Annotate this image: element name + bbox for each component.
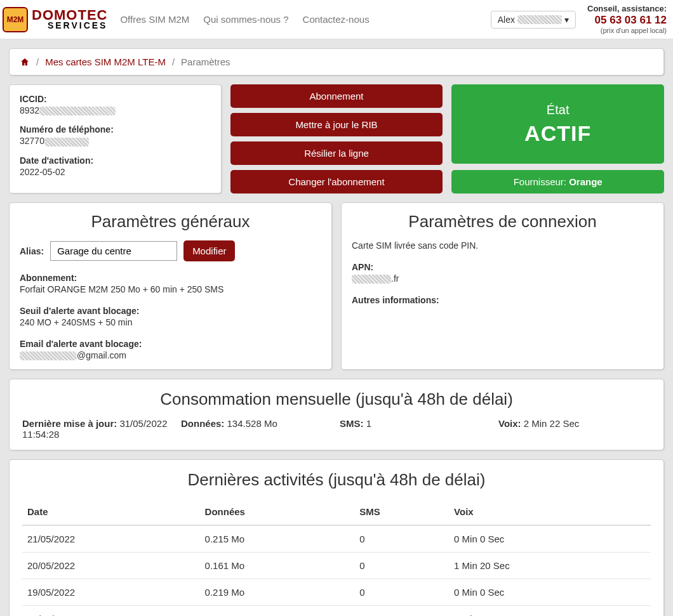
iccid-label: ICCID:: [20, 94, 211, 104]
col-date: Date: [22, 499, 200, 525]
cell-data: 0.161 Mo: [200, 553, 355, 579]
nav-offres[interactable]: Offres SIM M2M: [120, 14, 189, 25]
sim-info-card: ICCID: 8932 Numéro de téléphone: 32770 D…: [9, 84, 222, 193]
alias-input[interactable]: [50, 241, 177, 261]
cell-sms: 0: [354, 579, 449, 606]
pin-note: Carte SIM livrée sans code PIN.: [352, 240, 653, 251]
consumption-title: Consommation mensuelle (jusqu'à 48h de d…: [22, 390, 651, 409]
col-data: Données: [200, 499, 355, 525]
contact-block: Conseil, assistance: 05 63 03 61 12 (pri…: [587, 4, 667, 35]
nav-about[interactable]: Qui sommes-nous ?: [203, 14, 288, 25]
general-params-card: Paramètres généraux Alias: Modifier Abon…: [9, 202, 332, 370]
breadcrumb-current: Paramètres: [181, 56, 230, 67]
table-row: 18/05/20220.000 Mo00 Min 40 Sec: [22, 606, 651, 616]
brand-logo[interactable]: M2M DOMOTEC SERVICES: [3, 7, 107, 32]
consumption-sms: SMS: 1: [340, 418, 492, 440]
subscription-button[interactable]: Abonnement: [230, 84, 443, 108]
user-name-prefix: Alex: [498, 15, 515, 25]
state-box: État ACTIF: [451, 84, 664, 164]
cell-sms: 0: [354, 606, 449, 616]
chevron-down-icon: ▾: [564, 15, 569, 25]
general-params-title: Paramètres généraux: [20, 212, 321, 232]
table-row: 20/05/20220.161 Mo01 Min 20 Sec: [22, 553, 651, 579]
nav-links: Offres SIM M2M Qui sommes-nous ? Contact…: [120, 14, 369, 25]
action-buttons-column: Abonnement Mettre à jour le RIB Résilier…: [230, 84, 443, 193]
top-navbar: M2M DOMOTEC SERVICES Offres SIM M2M Qui …: [0, 0, 673, 39]
terminate-line-button[interactable]: Résilier la ligne: [230, 141, 443, 165]
cell-data: 0.219 Mo: [200, 579, 355, 606]
logo-chip-icon: M2M: [3, 7, 28, 32]
provider-value: Orange: [569, 176, 603, 187]
provider-label: Fournisseur:: [514, 176, 570, 187]
nav-contact[interactable]: Contactez-nous: [303, 14, 370, 25]
state-value: ACTIF: [524, 121, 591, 146]
cell-voice: 0 Min 0 Sec: [449, 525, 651, 553]
breadcrumb-link-sim[interactable]: Mes cartes SIM M2M LTE-M: [45, 56, 166, 67]
alert-email-label: Email d'alerte avant blocage:: [20, 339, 321, 349]
table-row: 21/05/20220.215 Mo00 Min 0 Sec: [22, 525, 651, 553]
phone-value: 32770: [20, 136, 211, 146]
alias-label: Alias:: [20, 246, 44, 256]
activities-card: Dernières activités (jusqu'à 48h de déla…: [9, 459, 664, 616]
apn-value: .fr: [352, 273, 653, 284]
cell-date: 18/05/2022: [22, 606, 200, 616]
user-menu[interactable]: Alex ▾: [491, 11, 576, 29]
subscription-value: Forfait ORANGE M2M 250 Mo + 60 min + 250…: [20, 284, 321, 294]
cell-sms: 0: [354, 553, 449, 579]
cell-date: 20/05/2022: [22, 553, 200, 579]
change-subscription-button[interactable]: Changer l'abonnement: [230, 170, 443, 193]
activities-title: Dernières activités (jusqu'à 48h de déla…: [22, 470, 651, 490]
cell-voice: 0 Min 40 Sec: [449, 606, 651, 616]
contact-label: Conseil, assistance:: [587, 4, 667, 14]
contact-phone: 05 63 03 61 12: [587, 14, 667, 27]
activation-value: 2022-05-02: [20, 167, 211, 177]
cell-date: 19/05/2022: [22, 579, 200, 606]
cell-data: 0.215 Mo: [200, 525, 355, 553]
other-info-label: Autres informations:: [352, 295, 653, 305]
state-title: État: [547, 103, 570, 117]
logo-line2: SERVICES: [32, 22, 107, 30]
consumption-data: Données: 134.528 Mo: [181, 418, 333, 440]
user-name-redacted: [517, 15, 562, 24]
table-row: 19/05/20220.219 Mo00 Min 0 Sec: [22, 579, 651, 606]
threshold-value: 240 MO + 240SMS + 50 min: [20, 317, 321, 327]
phone-label: Numéro de téléphone:: [20, 124, 211, 134]
connection-params-title: Paramètres de connexion: [352, 212, 653, 232]
home-icon[interactable]: [20, 57, 30, 67]
col-sms: SMS: [354, 499, 449, 525]
state-column: État ACTIF Fournisseur: Orange: [451, 84, 664, 193]
update-rib-button[interactable]: Mettre à jour le RIB: [230, 113, 443, 136]
cell-date: 21/05/2022: [22, 525, 200, 553]
iccid-value: 8932: [20, 105, 211, 115]
logo-text: DOMOTEC SERVICES: [32, 9, 107, 29]
contact-note: (prix d'un appel local): [587, 27, 667, 35]
threshold-label: Seuil d'alerte avant blocage:: [20, 306, 321, 316]
cell-voice: 1 Min 20 Sec: [449, 553, 651, 579]
activities-table: Date Données SMS Voix 21/05/20220.215 Mo…: [22, 499, 651, 616]
consumption-card: Consommation mensuelle (jusqu'à 48h de d…: [9, 379, 664, 450]
connection-params-card: Paramètres de connexion Carte SIM livrée…: [341, 202, 664, 370]
cell-voice: 0 Min 0 Sec: [449, 579, 651, 606]
provider-box: Fournisseur: Orange: [451, 170, 664, 193]
cell-data: 0.000 Mo: [200, 606, 355, 616]
consumption-voice: Voix: 2 Min 22 Sec: [498, 418, 651, 440]
cell-sms: 0: [354, 525, 449, 553]
modify-alias-button[interactable]: Modifier: [183, 240, 235, 261]
col-voice: Voix: [449, 499, 651, 525]
consumption-updated: Dernière mise à jour: 31/05/2022 11:54:2…: [22, 418, 175, 440]
breadcrumb: / Mes cartes SIM M2M LTE-M / Paramètres: [9, 48, 664, 75]
activation-label: Date d'activation:: [20, 155, 211, 166]
breadcrumb-sep: /: [36, 56, 39, 67]
breadcrumb-sep: /: [172, 56, 175, 67]
subscription-label: Abonnement:: [20, 273, 321, 283]
apn-label: APN:: [352, 262, 653, 272]
alert-email-value: @gmail.com: [20, 350, 321, 360]
